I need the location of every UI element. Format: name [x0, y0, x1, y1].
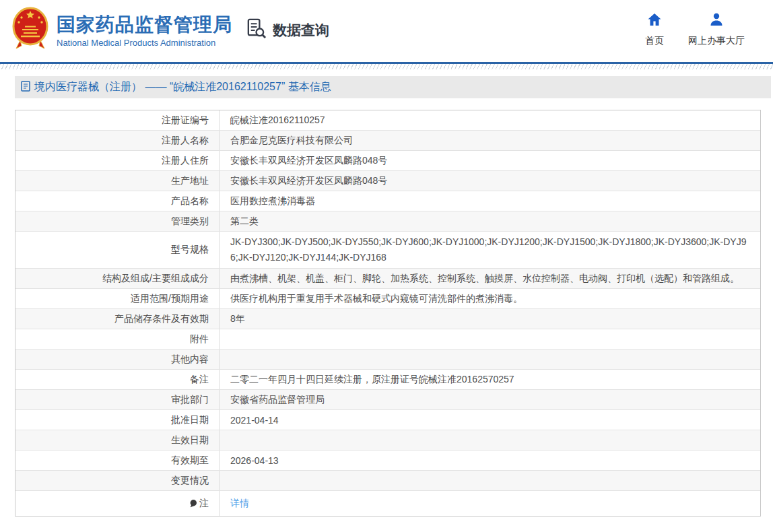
- note-icon: [189, 499, 197, 508]
- field-value: [220, 471, 760, 490]
- field-value: 2026-04-13: [220, 451, 760, 470]
- field-label-text: 注册人住所: [162, 155, 209, 167]
- table-row: 有效期至 2026-04-13: [15, 451, 760, 471]
- table-row: 审批部门 安徽省药品监督管理局: [15, 390, 760, 410]
- user-icon: [708, 11, 725, 30]
- doc-search-icon: [245, 18, 267, 42]
- details-link[interactable]: 详情: [230, 498, 249, 510]
- table-row: 结构及组成/主要组成成分 由煮沸槽、机架、机盖、柜门、脚轮、加热系统、控制系统、…: [15, 269, 760, 289]
- field-value-text: 2021-04-14: [230, 415, 279, 426]
- field-value-text: 第二类: [230, 215, 259, 228]
- national-emblem-icon: [12, 7, 48, 54]
- table-row: 产品储存条件及有效期 8年: [15, 309, 760, 329]
- field-value: [220, 350, 760, 369]
- table-row: 注册人名称 合肥金尼克医疗科技有限公司: [15, 131, 760, 151]
- field-label-text: 结构及组成/主要组成成分: [102, 273, 209, 285]
- field-value: 供医疗机构用于重复用手术器械和硬式内窥镜可清洗部件的煮沸消毒。: [220, 289, 760, 308]
- table-row: 备注 二零二一年四月十四日延续注册，原注册证号皖械注准20162570257: [15, 370, 760, 390]
- field-value-text: 皖械注准20162110257: [230, 114, 325, 127]
- field-label: 批准日期: [15, 410, 220, 430]
- field-value: [220, 430, 760, 450]
- field-label: 注册人住所: [15, 151, 220, 170]
- field-label-text: 批准日期: [171, 414, 209, 426]
- field-label: 产品储存条件及有效期: [15, 309, 220, 329]
- field-value-text: 安徽省药品监督管理局: [230, 394, 325, 406]
- table-row: 适用范围/预期用途 供医疗机构用于重复用手术器械和硬式内窥镜可清洗部件的煮沸消毒…: [15, 289, 760, 309]
- table-row: 生效日期: [15, 430, 760, 451]
- field-value-text: 医用数控煮沸消毒器: [230, 195, 315, 207]
- field-label: 管理类别: [15, 211, 220, 231]
- table-row: 产品名称 医用数控煮沸消毒器: [15, 191, 760, 211]
- field-label-text: 管理类别: [171, 215, 209, 228]
- field-value-text: 安徽长丰双凤经济开发区凤麟路048号: [230, 155, 387, 167]
- field-label: 结构及组成/主要组成成分: [15, 269, 220, 288]
- field-label-text: 其他内容: [171, 354, 209, 366]
- table-row: 注册人住所 安徽长丰双凤经济开发区凤麟路048号: [15, 151, 760, 171]
- field-label: 产品名称: [15, 191, 220, 211]
- nav-item-service-hall[interactable]: 网上办事大厅: [688, 11, 745, 47]
- field-value: 医用数控煮沸消毒器: [220, 191, 760, 211]
- field-value: 2021-04-14: [220, 410, 760, 430]
- field-label: 注册人名称: [15, 131, 220, 150]
- field-value: 二零二一年四月十四日延续注册，原注册证号皖械注准20162570257: [220, 370, 760, 389]
- field-value: 安徽长丰双凤经济开发区凤麟路048号: [220, 171, 760, 191]
- field-value: 合肥金尼克医疗科技有限公司: [220, 131, 760, 150]
- field-label: 其他内容: [15, 350, 220, 369]
- document-icon: [21, 81, 30, 94]
- table-row: 变更情况: [15, 471, 760, 491]
- main-content: 境内医疗器械（注册） —— “皖械注准20162110257” 基本信息 注册证…: [15, 76, 771, 517]
- field-label: 变更情况: [15, 471, 220, 490]
- field-label-text: 变更情况: [171, 475, 209, 487]
- field-label: 生效日期: [15, 430, 220, 450]
- field-label-text: 产品名称: [171, 195, 209, 207]
- field-value: 由煮沸槽、机架、机盖、柜门、脚轮、加热系统、控制系统、触摸屏、水位控制器、电动阀…: [220, 269, 760, 288]
- field-value-text: 8年: [230, 313, 245, 325]
- header-hatch-strip: [0, 64, 773, 69]
- field-value-text: 安徽长丰双凤经济开发区凤麟路048号: [230, 175, 387, 187]
- field-label-text: 适用范围/预期用途: [131, 293, 209, 305]
- field-label: 附件: [15, 329, 220, 349]
- table-row: 管理类别 第二类: [15, 211, 760, 232]
- field-label: 注: [15, 491, 220, 516]
- table-row: 附件: [15, 329, 760, 350]
- nav-item-home[interactable]: 首页: [645, 11, 664, 47]
- field-label-text: 注册人名称: [162, 135, 209, 147]
- table-row: 注 详情: [15, 491, 760, 516]
- field-value-text: JK-DYJ300;JK-DYJ500;JK-DYJ550;JK-DYJ600;…: [230, 234, 752, 265]
- site-logo[interactable]: 国家药品监督管理局 National Medical Products Admi…: [12, 7, 232, 54]
- site-title-en: National Medical Products Administration: [57, 38, 232, 48]
- field-label: 注册证编号: [15, 110, 220, 130]
- field-label-text: 审批部门: [171, 394, 209, 406]
- field-label-text: 生效日期: [171, 434, 209, 446]
- table-row: 其他内容: [15, 350, 760, 370]
- field-label-text: 注: [199, 498, 209, 510]
- nav-label: 网上办事大厅: [688, 35, 745, 47]
- field-label-text: 产品储存条件及有效期: [114, 313, 209, 325]
- table-row: 注册证编号 皖械注准20162110257: [15, 110, 760, 131]
- field-label-text: 型号规格: [171, 244, 209, 256]
- table-row: 型号规格 JK-DYJ300;JK-DYJ500;JK-DYJ550;JK-DY…: [15, 232, 760, 269]
- field-value-text: 供医疗机构用于重复用手术器械和硬式内窥镜可清洗部件的煮沸消毒。: [230, 293, 523, 305]
- site-header: 国家药品监督管理局 National Medical Products Admi…: [0, 0, 773, 62]
- home-icon: [646, 11, 663, 30]
- field-label: 生产地址: [15, 171, 220, 191]
- data-query-section[interactable]: 数据查询: [245, 18, 329, 42]
- field-value: 详情: [220, 491, 760, 516]
- field-value: [220, 329, 760, 349]
- info-table: 注册证编号 皖械注准20162110257 注册人名称 合肥金尼克医疗科技有限公…: [15, 110, 761, 517]
- data-query-label: 数据查询: [273, 21, 329, 40]
- field-label: 审批部门: [15, 390, 220, 409]
- table-row: 批准日期 2021-04-14: [15, 410, 760, 430]
- field-value-text: 合肥金尼克医疗科技有限公司: [230, 135, 353, 147]
- site-title-zh: 国家药品监督管理局: [57, 13, 232, 36]
- field-value: 第二类: [220, 211, 760, 231]
- field-label-text: 备注: [190, 374, 209, 386]
- field-label: 适用范围/预期用途: [15, 289, 220, 308]
- field-value: 安徽长丰双凤经济开发区凤麟路048号: [220, 151, 760, 170]
- field-label-text: 注册证编号: [162, 114, 209, 127]
- field-value-text: 二零二一年四月十四日延续注册，原注册证号皖械注准20162570257: [230, 374, 514, 386]
- field-label: 型号规格: [15, 232, 220, 268]
- table-row: 生产地址 安徽长丰双凤经济开发区凤麟路048号: [15, 171, 760, 191]
- field-label-text: 生产地址: [171, 175, 209, 187]
- field-label: 备注: [15, 370, 220, 389]
